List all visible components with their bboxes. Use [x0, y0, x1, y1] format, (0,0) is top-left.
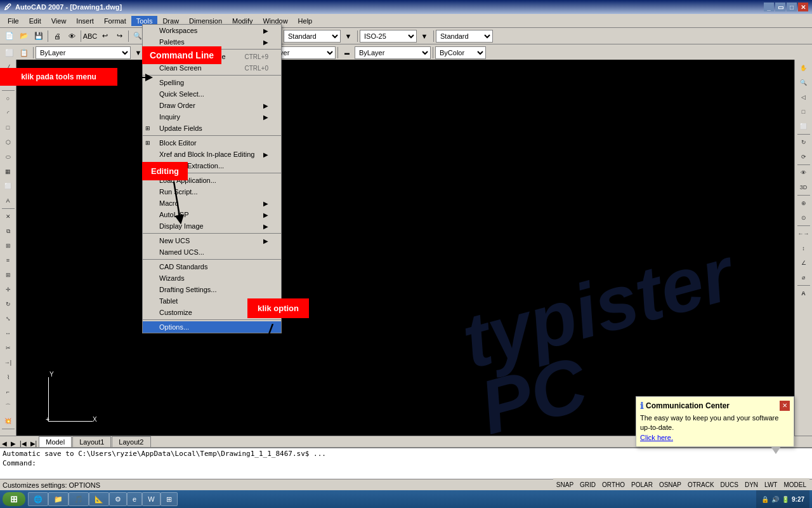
menu-file[interactable]: File: [3, 16, 24, 26]
lt-circle[interactable]: ○: [1, 91, 15, 105]
dd-macro[interactable]: Macro ▶: [143, 197, 281, 209]
lt-ellipse[interactable]: ⬭: [1, 150, 15, 164]
dd-xref[interactable]: Xref and Block In-place Editing ▶: [143, 149, 281, 160]
lt-region[interactable]: ⬜: [1, 179, 15, 193]
textstyle-combo[interactable]: Standard: [436, 30, 493, 43]
taskbar-settings[interactable]: ⚙: [109, 492, 127, 506]
print-button[interactable]: 🖨: [50, 29, 64, 43]
dd-options[interactable]: Options...: [143, 321, 281, 333]
lt-stretch[interactable]: ↔: [1, 326, 15, 340]
lt-break[interactable]: ⌇: [1, 370, 15, 384]
dd-cadstandards[interactable]: CAD Standards: [143, 261, 281, 272]
dd-runscript[interactable]: Run Script...: [143, 186, 281, 197]
taskbar-word[interactable]: W: [142, 492, 160, 506]
lt-scale[interactable]: ⤡: [1, 312, 15, 326]
lt-hatch[interactable]: ▦: [1, 164, 15, 178]
drawing-area[interactable]: typisterPC X Y +: [16, 60, 794, 447]
lt-rect[interactable]: □: [1, 121, 15, 135]
restore-button[interactable]: ▭: [775, 3, 785, 11]
rt-view[interactable]: 👁: [797, 166, 811, 180]
lt-array[interactable]: ⊞: [1, 268, 15, 282]
lt-move[interactable]: ✛: [1, 283, 15, 297]
dimstyle-btn[interactable]: ▼: [417, 29, 431, 43]
spell-button[interactable]: ABC: [83, 29, 97, 43]
dd-nameducs[interactable]: Named UCS...: [143, 246, 281, 258]
lt-explode[interactable]: 💥: [1, 414, 15, 428]
plotstyle-combo[interactable]: ByColor: [435, 46, 486, 59]
undo-button[interactable]: ↩: [98, 29, 112, 43]
tab-layout1[interactable]: Layout1: [72, 436, 111, 447]
lt-mtext[interactable]: A: [1, 194, 15, 208]
rt-dim1[interactable]: ←→: [797, 227, 811, 241]
dimstyle-combo[interactable]: ISO-25: [360, 30, 417, 43]
layer-btn[interactable]: 📋: [17, 46, 31, 60]
tab-arrow-last[interactable]: ▶|: [29, 440, 39, 447]
rt-orbit[interactable]: ↻: [797, 135, 811, 149]
style-btn[interactable]: ▼: [341, 29, 355, 43]
dd-updatefields[interactable]: ⊞ Update Fields: [143, 123, 281, 134]
dd-autolisp[interactable]: AutoLISP ▶: [143, 209, 281, 220]
menu-help[interactable]: Help: [293, 16, 318, 26]
rt-zoom-realtime[interactable]: 🔍: [797, 76, 811, 90]
minimize-button[interactable]: _: [764, 3, 774, 11]
tab-arrow-first[interactable]: |◀: [18, 440, 29, 447]
rt-dim4[interactable]: ⌀: [797, 271, 811, 284]
comm-center-close-button[interactable]: ✕: [780, 401, 790, 411]
rt-zoom-extents[interactable]: ⬜: [797, 119, 811, 133]
lt-extend[interactable]: →|: [1, 356, 15, 370]
taskbar-firefox[interactable]: 🌐: [28, 492, 48, 506]
lt-fillet[interactable]: ⌒: [1, 399, 15, 413]
tab-arrow-right[interactable]: ▶: [9, 440, 18, 447]
rt-dim2[interactable]: ↕: [797, 241, 811, 255]
lt-arc[interactable]: ◜: [1, 106, 15, 120]
taskbar-explorer[interactable]: 📁: [48, 492, 69, 506]
rt-zoom-window[interactable]: □: [797, 105, 811, 119]
lt-trim[interactable]: ✂: [1, 341, 15, 355]
menu-view[interactable]: View: [46, 16, 72, 26]
menu-edit[interactable]: Edit: [24, 16, 46, 26]
layer-prop-btn[interactable]: ⬜: [3, 46, 16, 60]
close-button[interactable]: ✕: [798, 3, 808, 11]
dd-draworder[interactable]: Draw Order ▶: [143, 100, 281, 111]
preview-button[interactable]: 👁: [65, 29, 79, 43]
lt-chamfer[interactable]: ⌐: [1, 385, 15, 399]
redo-button[interactable]: ↪: [112, 29, 126, 43]
dd-quickselect[interactable]: Quick Select...: [143, 88, 281, 100]
lineweight-combo[interactable]: ByLayer: [355, 46, 431, 59]
style-combo[interactable]: Standard: [284, 30, 341, 43]
rt-pan[interactable]: ✋: [797, 61, 811, 75]
lineweight-icon[interactable]: ▬: [340, 46, 354, 60]
rt-3d[interactable]: 3D: [797, 180, 811, 194]
save-button[interactable]: 💾: [32, 29, 46, 43]
dd-draftingsettings[interactable]: Drafting Settings...: [143, 284, 281, 295]
taskbar-media[interactable]: 🎵: [69, 492, 89, 506]
lt-poly[interactable]: ⬡: [1, 135, 15, 149]
dd-wizards[interactable]: Wizards: [143, 272, 281, 284]
rt-zoom-prev[interactable]: ◁: [797, 90, 811, 104]
rt-dim3[interactable]: ∠: [797, 256, 811, 270]
comm-center-click-here[interactable]: Click here.: [640, 434, 673, 441]
dd-inquiry[interactable]: Inquiry ▶: [143, 111, 281, 123]
new-button[interactable]: 📄: [3, 29, 16, 43]
dd-displayimage[interactable]: Display Image ▶: [143, 220, 281, 232]
taskbar-autocad[interactable]: 📐: [89, 492, 109, 506]
maximize-button[interactable]: □: [787, 3, 797, 11]
tab-model[interactable]: Model: [39, 436, 72, 447]
rt-ucs2[interactable]: ⊙: [797, 211, 811, 225]
dd-newucs[interactable]: New UCS ▶: [143, 235, 281, 246]
rt-text-a[interactable]: A: [797, 286, 811, 300]
lt-rotate[interactable]: ↻: [1, 297, 15, 311]
taskbar-ie[interactable]: e: [127, 492, 142, 506]
rt-ucs[interactable]: ⊕: [797, 196, 811, 210]
lt-erase[interactable]: ✕: [1, 210, 15, 224]
open-button[interactable]: 📂: [17, 29, 31, 43]
tab-layout2[interactable]: Layout2: [112, 436, 150, 447]
dd-spelling[interactable]: Spelling: [143, 77, 281, 88]
lt-offset[interactable]: ≡: [1, 253, 15, 267]
start-button[interactable]: ⊞: [3, 492, 25, 506]
lt-copy[interactable]: ⧉: [1, 224, 15, 238]
menu-insert[interactable]: Insert: [71, 16, 99, 26]
menu-format[interactable]: Format: [99, 16, 131, 26]
layer-combo[interactable]: ByLayer: [36, 46, 131, 59]
lt-mirror[interactable]: ⊞: [1, 239, 15, 253]
